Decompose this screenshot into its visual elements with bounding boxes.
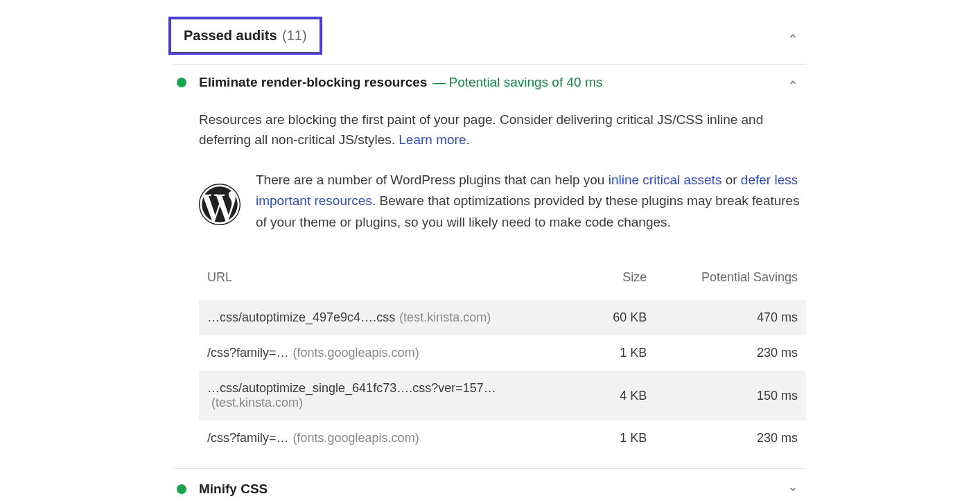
audit-description: Resources are blocking the first paint o… (199, 109, 806, 150)
size-cell: 1 KB (588, 421, 656, 456)
size-cell: 60 KB (588, 300, 656, 335)
wordpress-icon (199, 184, 240, 225)
url-path: …css/autoptimize_497e9c4….css (207, 310, 395, 324)
audit-savings: Potential savings of 40 ms (448, 75, 602, 90)
table-row: /css?family=…(fonts.googleapis.com) 1 KB… (199, 335, 806, 371)
url-origin: (test.kinsta.com) (399, 310, 491, 324)
learn-more-link[interactable]: Learn more (399, 132, 466, 147)
wp-hint-pre: There are a number of WordPress plugins … (256, 173, 609, 187)
audit-minify-css[interactable]: Minify CSS (174, 469, 806, 503)
resource-table: URL Size Potential Savings …css/autoptim… (199, 263, 806, 456)
passed-audits-header[interactable]: Passed audits (11) (174, 7, 806, 65)
url-path: /css?family=… (207, 431, 289, 445)
wp-hint-mid1: or (721, 173, 740, 187)
audit-header[interactable]: Eliminate render-blocking resources — Po… (174, 65, 806, 100)
url-header: URL (199, 263, 588, 300)
chevron-down-icon (788, 484, 798, 494)
savings-cell: 470 ms (655, 300, 806, 335)
audit-body: Resources are blocking the first paint o… (174, 109, 806, 456)
savings-cell: 230 ms (655, 421, 806, 456)
inline-critical-assets-link[interactable]: inline critical assets (609, 173, 722, 187)
savings-cell: 230 ms (655, 335, 806, 371)
wordpress-hint-text: There are a number of WordPress plugins … (256, 170, 806, 233)
highlight-box: Passed audits (11) (168, 17, 322, 55)
table-row: /css?family=…(fonts.googleapis.com) 1 KB… (199, 421, 806, 456)
savings-header: Potential Savings (655, 263, 806, 300)
chevron-up-icon (788, 31, 798, 41)
wordpress-hint: There are a number of WordPress plugins … (199, 170, 806, 233)
passed-audits-count: (11) (282, 28, 307, 43)
savings-cell: 150 ms (655, 371, 806, 421)
size-header: Size (588, 263, 656, 300)
url-origin: (fonts.googleapis.com) (293, 346, 419, 360)
size-cell: 4 KB (588, 371, 656, 421)
chevron-up-icon (788, 78, 798, 87)
audit-savings-separator: — (432, 75, 446, 90)
audit-eliminate-render-blocking: Eliminate render-blocking resources — Po… (174, 65, 806, 456)
url-origin: (test.kinsta.com) (211, 396, 303, 409)
size-cell: 1 KB (588, 335, 656, 371)
url-origin: (fonts.googleapis.com) (293, 431, 419, 445)
audits-container: Passed audits (11) Eliminate render-bloc… (174, 7, 806, 503)
period: . (466, 132, 469, 147)
url-path: …css/autoptimize_single_641fc73….css?ver… (207, 381, 496, 395)
table-row: …css/autoptimize_497e9c4….css(test.kinst… (199, 300, 806, 335)
url-path: /css?family=… (207, 346, 289, 360)
passed-audits-title: Passed audits (184, 28, 277, 43)
status-pass-icon (177, 484, 186, 494)
audit-title: Eliminate render-blocking resources (199, 75, 427, 90)
status-pass-icon (177, 78, 186, 87)
audit-description-text: Resources are blocking the first paint o… (199, 112, 763, 147)
table-row: …css/autoptimize_single_641fc73….css?ver… (199, 371, 806, 421)
audit-title: Minify CSS (199, 482, 782, 497)
